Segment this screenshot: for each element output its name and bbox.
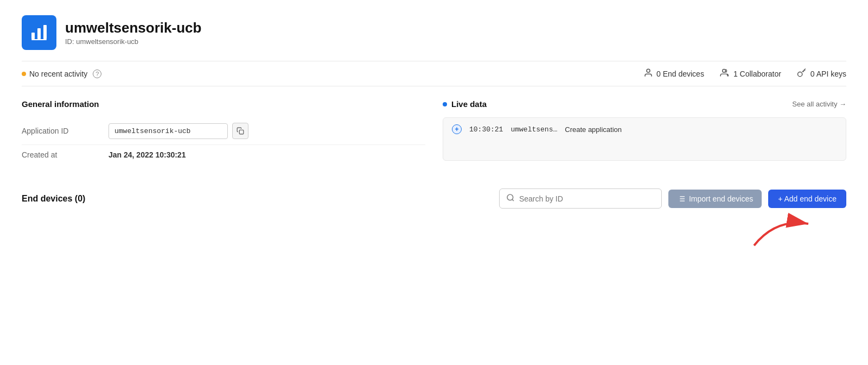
app-name: umweltsensorik-ucb [65,20,201,36]
end-devices-count: 0 End devices [656,70,704,78]
live-data-title: Live data [443,99,487,109]
svg-point-4 [647,69,650,72]
api-keys-stat[interactable]: 0 API keys [796,68,846,79]
created-at-label: Created at [22,150,108,159]
live-data-plus-icon: + [452,124,462,134]
app-header: umweltsensorik-ucb ID: umweltsensorik-uc… [22,15,846,61]
svg-rect-0 [31,33,35,39]
live-title-text: Live data [451,99,487,109]
activity-left: No recent activity ? [22,70,101,78]
import-end-devices-button[interactable]: Import end devices [668,190,762,208]
live-dot [443,102,447,106]
key-icon [796,68,807,79]
red-arrow-svg [749,213,814,251]
arrow-indicator [22,213,846,246]
activity-dot [22,72,26,76]
svg-point-6 [797,72,802,77]
see-all-activity-link[interactable]: See all activity → [792,100,846,108]
end-devices-stat[interactable]: 0 End devices [643,68,704,79]
svg-point-8 [507,194,513,200]
svg-rect-3 [31,39,47,40]
app-id-value: umweltsensorik-ucb [108,123,248,139]
main-grid: General information Application ID umwel… [22,99,846,165]
app-id-label: Application ID [22,127,108,135]
live-data-header: Live data See all activity → [443,99,846,109]
import-btn-label: Import end devices [689,194,753,203]
search-box [499,188,662,209]
general-info-section: General information Application ID umwel… [22,99,425,165]
svg-rect-7 [239,130,244,134]
app-logo [22,15,56,50]
collaborators-icon [719,68,730,79]
activity-bar: No recent activity ? 0 End devices [22,61,846,86]
live-source: umweltsens… [510,125,557,134]
app-id-row: Application ID umweltsensorik-ucb [22,117,425,145]
end-devices-section: End devices (0) [22,184,846,246]
svg-point-5 [723,70,726,73]
add-end-device-button[interactable]: + Add end device [768,190,846,208]
live-time: 10:30:21 [469,125,503,134]
svg-rect-2 [43,25,47,39]
collaborators-stat[interactable]: 1 Collaborator [719,68,781,79]
search-icon [506,193,515,204]
collaborators-count: 1 Collaborator [733,70,781,78]
api-keys-count: 0 API keys [810,70,846,78]
info-table: Application ID umweltsensorik-ucb Create… [22,117,425,165]
activity-text: No recent activity [29,70,87,78]
person-icon [643,68,653,79]
page-container: umweltsensorik-ucb ID: umweltsensorik-uc… [0,0,868,267]
live-data-section: Live data See all activity → + 10:30:21 … [443,99,846,165]
search-input[interactable] [519,194,655,203]
add-btn-label: + Add end device [778,194,837,203]
general-info-title: General information [22,99,425,109]
app-title-block: umweltsensorik-ucb ID: umweltsensorik-uc… [65,20,201,46]
created-at-value: Jan 24, 2022 10:30:21 [108,150,186,159]
live-data-box: + 10:30:21 umweltsens… Create applicatio… [443,117,846,161]
end-devices-header: End devices (0) [22,188,846,209]
app-id-field[interactable]: umweltsensorik-ucb [108,123,228,139]
copy-app-id-button[interactable] [232,123,248,139]
app-id: ID: umweltsensorik-ucb [65,37,201,46]
activity-right: 0 End devices 1 Collaborator [643,68,846,79]
live-data-row: + 10:30:21 umweltsens… Create applicatio… [452,124,837,134]
help-icon[interactable]: ? [93,70,101,78]
end-devices-controls: Import end devices + Add end device [94,188,846,209]
live-action: Create application [565,125,622,134]
created-at-row: Created at Jan 24, 2022 10:30:21 [22,145,425,165]
end-devices-title: End devices (0) [22,194,85,204]
created-at-text: Jan 24, 2022 10:30:21 [108,150,186,159]
svg-rect-1 [37,28,41,39]
